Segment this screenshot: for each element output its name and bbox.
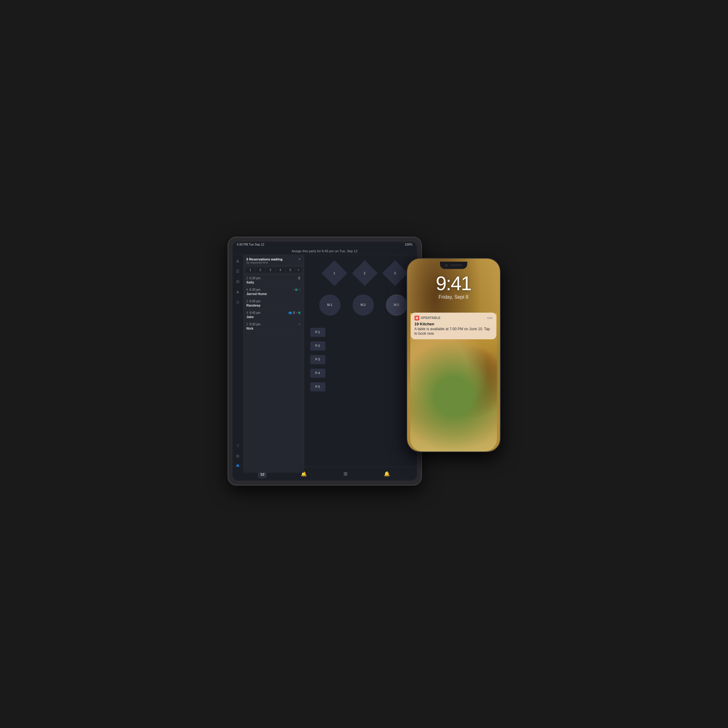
svg-point-1 <box>416 317 418 319</box>
party-tab-plus[interactable]: + <box>296 268 301 272</box>
status-time: 4:30 PM Tue Sep 12 <box>237 243 265 246</box>
phone-screen: 9:41 Friday, Sept 8 OPENTABLE <box>407 258 500 451</box>
tablet-screen: 4:30 PM Tue Sep 12 100% Assign this part… <box>232 242 417 480</box>
panel-subtitle: by requested time <box>246 261 283 264</box>
res-name-sally: Sally <box>246 280 301 284</box>
floor-table-1[interactable]: 1 <box>321 260 347 286</box>
sidebar-icon-grid[interactable]: ⊞ <box>235 278 241 285</box>
party-tab-4[interactable]: 4 <box>276 268 285 272</box>
sidebar-icon-help[interactable]: ? <box>235 443 241 449</box>
res-count-sally: 2 <box>246 277 248 280</box>
party-tab-2[interactable]: 2 <box>256 268 265 272</box>
res-name-jarrod: Jarrod Hume <box>246 292 301 296</box>
notif-title: 19 Kitchen <box>414 322 493 326</box>
res-count-randeep: 2 <box>246 300 248 303</box>
res-camera-icon-jarrod: ⊙ <box>298 288 301 291</box>
sidebar-icon-list[interactable]: ☰ <box>235 268 241 274</box>
res-fork-icon-jake: 🍴 <box>292 311 296 314</box>
floor-plan: 1 2 3 M-1 <box>304 255 417 473</box>
reservation-list: 2 6:30 pm 🍴 Sally <box>243 275 304 332</box>
res-name-nick: Nick <box>246 327 301 330</box>
res-time-randeep: 6:45 pm <box>249 300 260 303</box>
toolbar-layout-icon[interactable]: ⊞ <box>341 469 350 478</box>
tablet-header: Assign this party for 6:45 pm on Tue, Se… <box>232 248 417 255</box>
table-container: 1 2 3 M-1 <box>304 255 417 473</box>
notif-app-label: OPENTABLE <box>414 316 440 321</box>
res-name-jake: Jake <box>246 315 301 319</box>
party-tab-5[interactable]: 5 <box>286 268 295 272</box>
res-purple-icon-jake: ▪ <box>296 311 297 314</box>
res-time-jarrod: 6:30 pm <box>249 288 260 291</box>
floor-table-2[interactable]: 2 <box>352 260 378 286</box>
reservation-panel: 5 Reservations waiting by requested time… <box>243 255 304 473</box>
tablet-device: 4:30 PM Tue Sep 12 100% Assign this part… <box>228 237 422 485</box>
reservation-row-sally[interactable]: 2 6:30 pm 🍴 Sally <box>243 275 304 286</box>
scene: 4:30 PM Tue Sep 12 100% Assign this part… <box>228 228 501 501</box>
phone-device: 9:41 Friday, Sept 8 OPENTABLE <box>407 258 501 452</box>
notif-app-name: OPENTABLE <box>421 316 440 320</box>
sidebar-icon-home[interactable]: ⌂ <box>235 258 241 264</box>
tablet-status-bar: 4:30 PM Tue Sep 12 100% <box>232 242 417 248</box>
floor-table-p2[interactable]: P-2 <box>310 341 325 350</box>
header-title: Assign this party for 6:45 pm on Tue, Se… <box>292 249 358 253</box>
res-count-nick: 2 <box>246 323 248 326</box>
res-table-icon-jarrod: ▦ <box>295 288 298 291</box>
reservation-row-randeep[interactable]: 2 6:45 pm Randeep <box>243 298 304 309</box>
floor-table-m1[interactable]: M-1 <box>319 294 341 316</box>
notch-camera <box>445 264 448 267</box>
sidebar-icon-map[interactable]: ◈ <box>235 289 241 295</box>
notification-card[interactable]: OPENTABLE now 19 Kitchen A table is avai… <box>411 313 496 339</box>
tablet-body: ⌂ ☰ ⊞ ◈ ⊙ ? ⚙ 👤 5 Reser <box>232 255 417 473</box>
sidebar-icon-settings[interactable]: ⚙ <box>235 453 241 459</box>
floor-table-m2[interactable]: M-2 <box>353 294 374 316</box>
toolbar-notification-icon[interactable]: 🔔 <box>382 469 392 478</box>
floor-table-3[interactable]: 3 <box>382 260 408 286</box>
status-battery: 100% <box>405 243 413 246</box>
res-count-jake: 4 <box>246 311 248 314</box>
notif-header: OPENTABLE now <box>414 316 493 321</box>
res-name-randeep: Randeep <box>246 303 301 307</box>
floor-table-p3[interactable]: P-3 <box>310 355 325 364</box>
notif-time: now <box>487 316 492 320</box>
phone-notch <box>440 262 467 269</box>
res-time-sally: 6:30 pm <box>249 277 260 280</box>
res-time-jake: 6:45 pm <box>249 311 260 314</box>
res-table-icon-jake: ▦ <box>298 311 301 314</box>
floor-table-p5[interactable]: P-5 <box>310 382 325 392</box>
phone-time: 9:41 <box>436 274 471 293</box>
party-tab-1[interactable]: 1 <box>246 268 255 272</box>
phone-date: Friday, Sept 8 <box>439 294 468 300</box>
panel-close-button[interactable]: × <box>298 257 300 261</box>
party-tab-3[interactable]: 3 <box>266 268 275 272</box>
res-purple-icon-jarrod: ▪ <box>293 288 294 291</box>
notch-speaker <box>450 265 462 266</box>
floor-table-p4[interactable]: P-4 <box>310 369 325 378</box>
reservation-row-jarrod[interactable]: 6 6:30 pm ▪ ▦ ⊙ Jarrod Hume <box>243 286 304 298</box>
floor-table-p1[interactable]: P-1 <box>310 328 325 337</box>
res-time-nick: 8:30 pm <box>249 323 260 326</box>
party-size-tabs: 1 2 3 4 5 + <box>243 266 304 275</box>
opentable-icon <box>414 316 419 321</box>
floor-table-m3[interactable]: M-3 <box>386 294 407 316</box>
res-count-jarrod: 6 <box>246 288 248 291</box>
sidebar-icon-pin[interactable]: ⊙ <box>235 299 241 305</box>
sidebar: ⌂ ☰ ⊞ ◈ ⊙ ? ⚙ 👤 <box>232 255 243 473</box>
panel-title: 5 Reservations waiting <box>246 257 283 261</box>
res-camera-icon-nick: ⊙ <box>298 323 301 326</box>
content-area: 5 Reservations waiting by requested time… <box>243 255 417 473</box>
res-fork-icon: 🍴 <box>297 277 301 280</box>
reservation-row-nick[interactable]: 2 8:30 pm ⊙ Nick <box>243 321 304 332</box>
notif-body: A table is available at 7:00 PM on June … <box>414 327 493 336</box>
lock-screen: 9:41 Friday, Sept 8 <box>407 258 500 451</box>
res-people-icon-jake: 👥 <box>288 311 292 314</box>
reservation-row-jake[interactable]: 4 6:45 pm 👥 🍴 ▪ ▦ <box>243 309 304 321</box>
panel-header: 5 Reservations waiting by requested time… <box>243 255 304 266</box>
